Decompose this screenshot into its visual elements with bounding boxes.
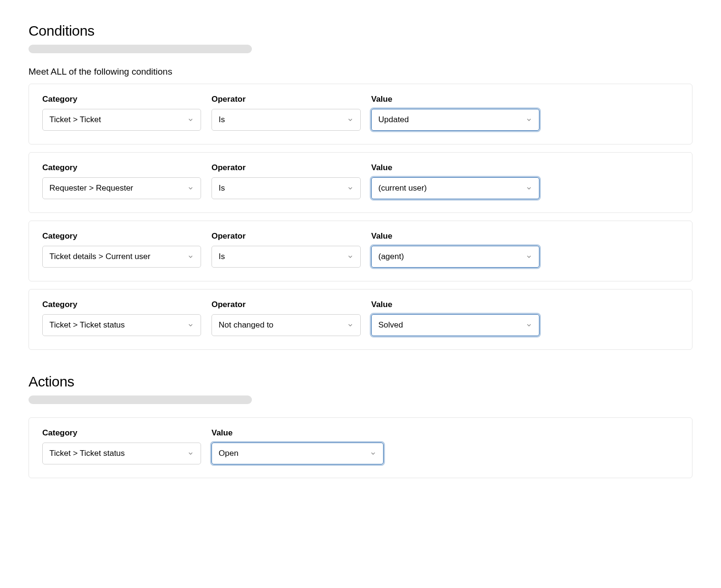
conditions-title: Conditions	[29, 23, 692, 39]
operator-label: Operator	[211, 300, 361, 309]
select-value: Ticket > Ticket status	[49, 320, 125, 330]
value-select[interactable]: Solved	[371, 314, 539, 336]
select-value: (current user)	[378, 183, 427, 193]
chevron-down-icon	[526, 322, 532, 328]
action-card: Category Ticket > Ticket status Value Op…	[29, 417, 692, 478]
condition-card: Category Ticket details > Current user O…	[29, 221, 692, 281]
chevron-down-icon	[187, 116, 194, 123]
value-select[interactable]: Open	[211, 443, 384, 464]
select-value: Open	[219, 449, 239, 458]
category-select[interactable]: Ticket > Ticket status	[42, 314, 201, 336]
value-select[interactable]: (current user)	[371, 177, 539, 199]
select-value: Is	[219, 115, 225, 125]
condition-card: Category Requester > Requester Operator …	[29, 152, 692, 213]
value-label: Value	[371, 95, 539, 104]
value-label: Value	[371, 231, 539, 241]
chevron-down-icon	[526, 253, 532, 260]
select-value: Ticket > Ticket status	[49, 449, 125, 458]
category-select[interactable]: Ticket > Ticket	[42, 109, 201, 131]
chevron-down-icon	[187, 185, 194, 192]
value-label: Value	[371, 163, 539, 173]
chevron-down-icon	[347, 185, 354, 192]
chevron-down-icon	[187, 450, 194, 457]
select-value: (agent)	[378, 252, 404, 261]
select-value: Ticket details > Current user	[49, 252, 150, 261]
actions-description-placeholder	[29, 395, 252, 404]
category-select[interactable]: Ticket > Ticket status	[42, 443, 201, 464]
select-value: Is	[219, 183, 225, 193]
select-value: Ticket > Ticket	[49, 115, 101, 125]
condition-card: Category Ticket > Ticket Operator Is	[29, 84, 692, 145]
chevron-down-icon	[187, 322, 194, 328]
operator-select[interactable]: Is	[211, 246, 361, 268]
select-value: Is	[219, 252, 225, 261]
category-label: Category	[42, 428, 201, 438]
actions-title: Actions	[29, 374, 692, 390]
value-label: Value	[371, 300, 539, 309]
conditions-description-placeholder	[29, 45, 252, 53]
operator-label: Operator	[211, 231, 361, 241]
conditions-subheading: Meet ALL of the following conditions	[29, 67, 692, 77]
operator-select[interactable]: Not changed to	[211, 314, 361, 336]
chevron-down-icon	[526, 185, 532, 192]
chevron-down-icon	[526, 116, 532, 123]
condition-card: Category Ticket > Ticket status Operator…	[29, 289, 692, 350]
chevron-down-icon	[187, 253, 194, 260]
select-value: Not changed to	[219, 320, 273, 330]
value-select[interactable]: (agent)	[371, 246, 539, 268]
chevron-down-icon	[347, 116, 354, 123]
chevron-down-icon	[347, 322, 354, 328]
operator-label: Operator	[211, 163, 361, 173]
actions-section: Actions Category Ticket > Ticket status …	[29, 374, 692, 478]
category-select[interactable]: Ticket details > Current user	[42, 246, 201, 268]
value-label: Value	[211, 428, 384, 438]
category-label: Category	[42, 163, 201, 173]
value-select[interactable]: Updated	[371, 109, 539, 131]
chevron-down-icon	[347, 253, 354, 260]
operator-select[interactable]: Is	[211, 177, 361, 199]
category-label: Category	[42, 300, 201, 309]
select-value: Updated	[378, 115, 409, 125]
operator-label: Operator	[211, 95, 361, 104]
category-select[interactable]: Requester > Requester	[42, 177, 201, 199]
chevron-down-icon	[370, 450, 376, 457]
select-value: Requester > Requester	[49, 183, 133, 193]
select-value: Solved	[378, 320, 403, 330]
category-label: Category	[42, 231, 201, 241]
category-label: Category	[42, 95, 201, 104]
conditions-section: Conditions Meet ALL of the following con…	[29, 23, 692, 350]
operator-select[interactable]: Is	[211, 109, 361, 131]
